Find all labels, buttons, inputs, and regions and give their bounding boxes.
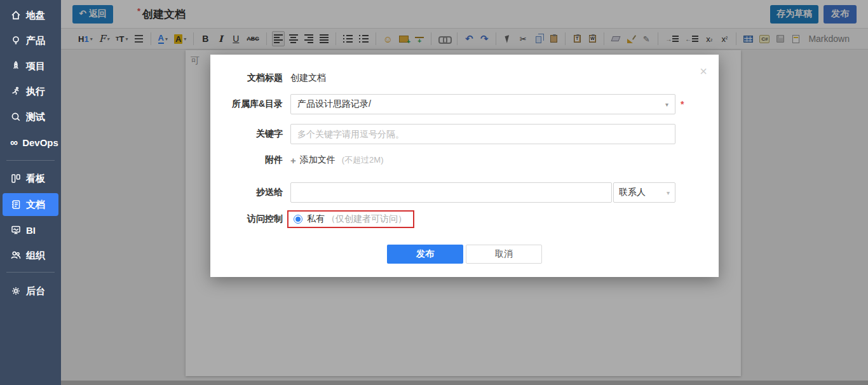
- keywords-row: 关键字: [210, 124, 719, 144]
- required-asterisk: *: [681, 99, 684, 109]
- sidebar: 地盘 产品 项目 执行 测试 ∞ DevOps 看板 文档: [0, 0, 61, 385]
- doc-title-row: 文档标题 创建文档: [210, 72, 719, 84]
- sidebar-item-test[interactable]: 测试: [3, 105, 58, 128]
- sidebar-item-label: DevOps: [22, 137, 58, 148]
- sidebar-item-label: 项目: [26, 60, 45, 72]
- infinity-icon: ∞: [10, 137, 18, 148]
- library-select-value: 产品设计思路记录/: [297, 98, 371, 110]
- contact-picker[interactable]: 联系人 ▾: [613, 182, 675, 203]
- cc-row: 抄送给 联系人 ▾: [210, 182, 719, 203]
- radio-selected-icon[interactable]: [294, 215, 302, 224]
- add-file-button[interactable]: + 添加文件: [290, 154, 336, 166]
- sidebar-item-label: BI: [26, 225, 36, 236]
- sidebar-item-label: 产品: [26, 35, 45, 47]
- rocket-icon: [10, 60, 22, 72]
- home-icon: [10, 10, 22, 21]
- doc-title-value: 创建文档: [290, 72, 326, 84]
- app-window: 地盘 产品 项目 执行 测试 ∞ DevOps 看板 文档: [0, 0, 868, 385]
- sidebar-item-admin[interactable]: 后台: [3, 280, 58, 302]
- sidebar-item-project[interactable]: 项目: [3, 55, 58, 78]
- doc-title-label: 文档标题: [210, 72, 283, 84]
- library-label: 所属库&目录: [210, 98, 283, 110]
- people-icon: [10, 250, 22, 261]
- sidebar-item-label: 执行: [26, 86, 45, 98]
- sidebar-divider: [6, 160, 55, 161]
- plus-icon: +: [290, 155, 296, 166]
- runner-icon: [10, 86, 22, 97]
- sidebar-item-label: 后台: [26, 285, 45, 297]
- sidebar-item-doc[interactable]: 文档: [3, 193, 58, 216]
- sidebar-item-kanban[interactable]: 看板: [3, 167, 58, 190]
- document-icon: [10, 199, 22, 210]
- sidebar-item-label: 组织: [26, 250, 45, 262]
- monitor-icon: [10, 224, 22, 236]
- sidebar-divider: [6, 272, 55, 273]
- attachment-row: 附件 + 添加文件 (不超过2M): [210, 154, 719, 166]
- add-file-label: 添加文件: [300, 154, 336, 166]
- modal-footer: 发布 取消: [210, 245, 719, 264]
- attachment-size-hint: (不超过2M): [342, 154, 384, 166]
- magnifier-icon: [10, 111, 22, 123]
- access-label: 访问控制: [210, 213, 283, 225]
- keywords-input[interactable]: [290, 124, 675, 144]
- radio-dot: [295, 217, 301, 222]
- chevron-down-icon: ▾: [665, 101, 668, 108]
- keywords-label: 关键字: [210, 128, 283, 140]
- sidebar-item-label: 测试: [26, 111, 45, 123]
- chevron-down-icon: ▾: [667, 189, 670, 196]
- bulb-icon: [10, 35, 22, 46]
- access-option-hint: （仅创建者可访问）: [327, 213, 407, 225]
- sidebar-item-label: 看板: [26, 173, 45, 185]
- sidebar-item-devops[interactable]: ∞ DevOps: [3, 131, 58, 154]
- sidebar-item-bi[interactable]: BI: [3, 219, 58, 241]
- contact-picker-label: 联系人: [619, 187, 646, 198]
- kanban-icon: [10, 173, 22, 184]
- gear-icon: [10, 285, 22, 297]
- access-row: 访问控制 私有（仅创建者可访问）: [210, 210, 719, 228]
- access-private-option-highlight: 私有（仅创建者可访问）: [287, 210, 414, 228]
- library-row: 所属库&目录 产品设计思路记录/ ▾ *: [210, 94, 719, 114]
- cc-label: 抄送给: [210, 187, 283, 198]
- create-doc-modal: × 文档标题 创建文档 所属库&目录 产品设计思路记录/ ▾ * 关键字 附件: [210, 55, 719, 277]
- attachment-label: 附件: [210, 154, 283, 166]
- sidebar-item-label: 地盘: [26, 10, 45, 22]
- library-select[interactable]: 产品设计思路记录/ ▾: [290, 94, 675, 114]
- sidebar-item-home[interactable]: 地盘: [3, 4, 58, 27]
- sidebar-item-product[interactable]: 产品: [3, 29, 58, 52]
- sidebar-item-org[interactable]: 组织: [3, 244, 58, 267]
- sidebar-item-execution[interactable]: 执行: [3, 80, 58, 103]
- cancel-button[interactable]: 取消: [466, 245, 542, 264]
- sidebar-item-label: 文档: [26, 199, 45, 211]
- cc-input[interactable]: [290, 182, 612, 203]
- access-option-label: 私有: [307, 213, 325, 225]
- publish-button[interactable]: 发布: [387, 245, 463, 264]
